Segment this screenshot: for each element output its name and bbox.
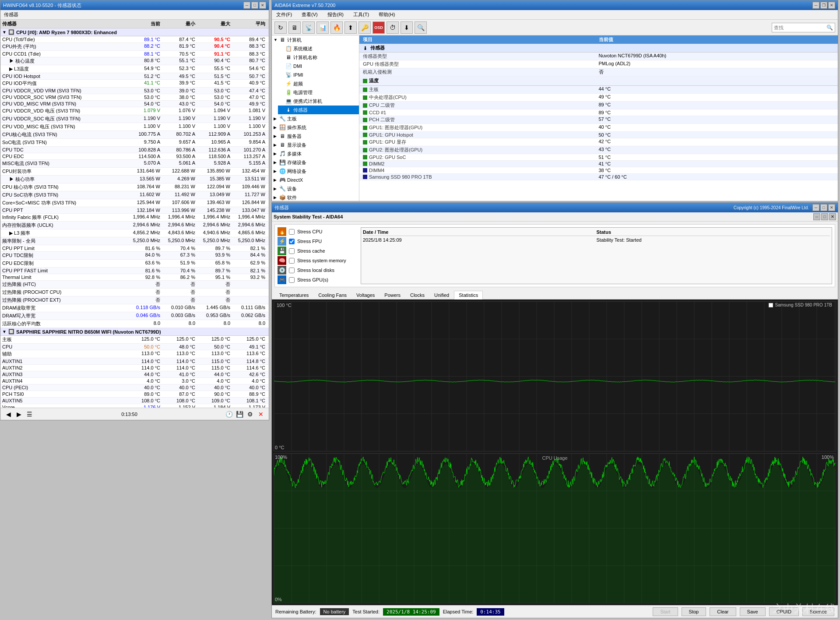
start-button[interactable]: Start [653,607,678,616]
aida-menu-view[interactable]: 查看(V) [300,11,320,18]
tree-item-portable[interactable]: 💻 便携式计算机 [278,97,359,106]
clear-button[interactable]: Clear [710,607,736,616]
stability-minimize-btn[interactable]: ─ [813,213,820,220]
battery-value: No battery [320,608,349,615]
sensors-title-bar: 传感器 Copyright (c) 1995-2024 FinalWire Lt… [272,203,838,212]
stress-cpu-icon: 🔥 [278,227,286,236]
cpuid-button[interactable]: CPUID [769,607,799,616]
powermgmt-icon: 🔋 [285,89,292,96]
ipmi-icon: 📡 [285,71,292,78]
toolbar-search-btn[interactable]: 🔍 [415,21,427,34]
hwinfo-menu-sensors[interactable]: 传感器 [2,11,20,18]
tree-item-display[interactable]: ▶ 🖥 显示设备 [272,141,359,149]
toolbar-search-box[interactable]: 🔍 [772,23,835,32]
stress-cpu-checkbox[interactable] [289,229,295,235]
tree-item-devices[interactable]: ▶ 🔧 设备 [272,184,359,193]
tab-unified[interactable]: Unified [429,291,454,299]
tab-statistics[interactable]: Statistics [454,291,483,299]
tab-clocks[interactable]: Clocks [405,291,429,299]
tab-voltages[interactable]: Voltages [351,291,380,299]
tree-item-os[interactable]: ▶ 🪟 操作系统 [272,123,359,132]
stress-fpu-option: ⚡ Stress FPU [278,237,356,246]
toolbar-key-btn[interactable]: 🔑 [358,21,371,34]
tab-powers[interactable]: Powers [380,291,405,299]
col-current: 当前 [127,21,162,27]
toolbar-arrow-btn[interactable]: ⬆ [344,21,357,34]
tree-item-software[interactable]: ▶ 📦 软件 [272,193,359,201]
log-col-status: Status [597,229,830,235]
sensor-tabs: Temperatures Cooling Fans Voltages Power… [272,290,838,299]
toolbar-clock-btn[interactable]: ⏱ [387,21,399,34]
mobo-group-header[interactable]: ▼ 🔲 SAPPHIRE SAPPHIRE NITRO B650M WIFI (… [0,328,269,336]
science-button[interactable]: Science [802,607,834,616]
toolbar-osd-btn[interactable]: OSD [373,21,385,34]
toolbar-refresh-btn[interactable]: ↻ [274,21,287,34]
statusbar-forward-icon[interactable]: ▶ [14,410,23,419]
sensor-row: CPU IOD平均值41.1 °C39.9 °C41.5 °C40.9 °C [0,80,269,88]
hwinfo-maximize-btn[interactable]: □ [251,2,258,9]
toolbar-download-btn[interactable]: ⬇ [401,21,413,34]
tree-item-computer[interactable]: ▼ 🖥 计算机 [272,35,359,44]
elapsed-value: 0:14:35 [477,608,504,616]
stress-cache-checkbox[interactable] [289,248,295,254]
statusbar-save-icon[interactable]: 💾 [235,410,244,419]
hwinfo-statusbar: ◀ ▶ ☰ 0:13:50 🕐 💾 ⚙ ✕ [0,408,269,420]
sensors-restore-btn[interactable]: □ [820,204,827,211]
aida-menu-tools[interactable]: 工具(T) [351,11,371,18]
aida-menu-file[interactable]: 文件(F) [274,11,294,18]
aida-title-bar: AIDA64 Extreme v7.50.7200 ─ ❐ ✕ [272,0,838,10]
aida-menu-report[interactable]: 报告(R) [326,11,345,18]
stability-restore-btn[interactable]: □ [821,213,828,220]
toolbar-flame-btn[interactable]: 🔥 [330,21,343,34]
tree-item-storage[interactable]: ▶ 💾 存储设备 [272,158,359,167]
tree-item-overview[interactable]: 📋 系统概述 [278,44,359,53]
statusbar-close-icon[interactable]: ✕ [257,410,265,419]
stop-button[interactable]: Stop [682,607,706,616]
tree-item-computername[interactable]: 🖥 计算机名称 [278,53,359,62]
tree-item-sensors[interactable]: 🌡 传感器 [278,106,359,114]
sensor-row: AUXTIN44.0 °C3.0 °C4.0 °C4.0 °C [0,378,269,384]
tree-item-directx[interactable]: ▶ 🎮 DirectX [272,176,359,184]
stress-fpu-checkbox[interactable] [289,239,295,244]
toolbar-network-btn[interactable]: 📡 [302,21,315,34]
aida-close-btn[interactable]: ✕ [828,2,835,9]
statusbar-gear-icon[interactable]: ⚙ [246,410,255,419]
sensors-section-label: 传感器 [370,45,385,51]
tree-item-mobo[interactable]: ▶ 🔧 主板 [272,114,359,123]
cpu-group-header[interactable]: ▼ 🔲 CPU [#0]: AMD Ryzen 7 9800X3D: Enhan… [0,28,269,36]
sensor-row: CPU VDDCR_SOC VRM (SVI3 TFN)53.0 °C38.0 … [0,94,269,101]
aida-restore-btn[interactable]: ❐ [820,2,827,9]
search-input[interactable] [774,25,826,30]
stress-disks-checkbox[interactable] [289,268,295,273]
tree-item-overclock[interactable]: ⚡ 超频 [278,79,359,88]
stability-close-btn[interactable]: ✕ [829,213,836,220]
display-icon: 🖥 [279,141,286,148]
aida-menu-help[interactable]: 帮助(H) [377,11,397,18]
sensor-row: AUXTIN5108.0 °C108.0 °C109.0 °C108.1 °C [0,398,269,404]
col-max: 最大 [197,21,232,27]
statusbar-back-icon[interactable]: ◀ [4,410,13,419]
statusbar-clock-icon[interactable]: 🕐 [225,410,234,419]
tree-item-dmi[interactable]: 📄 DMI [278,62,359,70]
tree-item-network[interactable]: ▶ 🌐 网络设备 [272,167,359,176]
stress-memory-checkbox[interactable] [289,258,295,264]
temp-row-gpu1hotspot: GPU1: GPU Hotspot 50 °C [359,132,838,138]
tree-item-multimedia[interactable]: ▶ 🎵 多媒体 [272,149,359,158]
tab-temperatures[interactable]: Temperatures [274,291,313,299]
stress-gpu-checkbox[interactable] [289,277,295,283]
toolbar-computer-btn[interactable]: 🖥 [288,21,301,34]
save-button[interactable]: Save [740,607,766,616]
hwinfo-minimize-btn[interactable]: ─ [243,2,250,9]
sensor-row: CPU VDDCR_SOC 电压 (SVI3 TFN)1.190 V1.190 … [0,115,269,123]
sensors-close-btn[interactable]: ✕ [828,204,835,211]
tree-item-server[interactable]: ▶ 🖥 服务器 [272,132,359,141]
toolbar-benchmark-btn[interactable]: 📊 [316,21,329,34]
statusbar-menu-icon[interactable]: ☰ [25,410,34,419]
aida-minimize-btn[interactable]: ─ [812,2,819,9]
sensors-minimize-btn[interactable]: ─ [812,204,819,211]
tree-item-ipmi[interactable]: 📡 IPMI [278,70,359,79]
chart1-min-label: 0 °C [275,445,285,450]
tab-cooling-fans[interactable]: Cooling Fans [313,291,351,299]
tree-item-powermgmt[interactable]: 🔋 电源管理 [278,88,359,97]
hwinfo-close-btn[interactable]: ✕ [259,2,266,9]
